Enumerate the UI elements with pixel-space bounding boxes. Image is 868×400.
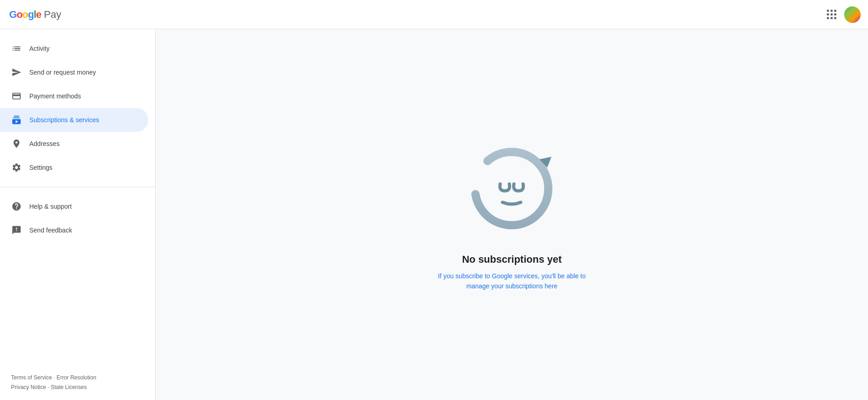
- logo: Google Pay: [9, 9, 61, 21]
- location-icon: [11, 138, 22, 149]
- feedback-icon: [11, 225, 22, 236]
- payment-icon: [11, 91, 22, 102]
- sidebar-item-payment-methods-label: Payment methods: [29, 92, 81, 100]
- sidebar-item-subscriptions-label: Subscriptions & services: [29, 116, 99, 124]
- error-resolution-link[interactable]: Error Resolution: [56, 374, 96, 381]
- app-header: Google Pay: [0, 0, 868, 29]
- empty-state: No subscriptions yet If you subscribe to…: [438, 138, 586, 292]
- dot2: ·: [46, 384, 51, 390]
- sidebar-item-payment-methods[interactable]: Payment methods: [0, 84, 148, 108]
- google-apps-button[interactable]: [822, 5, 841, 24]
- privacy-link[interactable]: Privacy Notice: [11, 384, 46, 390]
- sidebar-footer: Terms of Service · Error Resolution Priv…: [0, 366, 155, 400]
- main-content: No subscriptions yet If you subscribe to…: [156, 29, 868, 400]
- subtitle-line2: manage your subscriptions here: [466, 282, 557, 290]
- sidebar-item-activity-label: Activity: [29, 45, 49, 52]
- secondary-nav: Help & support Send feedback: [0, 191, 155, 246]
- send-icon: [11, 67, 22, 78]
- subtitle-line1: If you subscribe to Google services, you…: [438, 272, 586, 280]
- avatar[interactable]: [844, 6, 861, 23]
- empty-state-title: No subscriptions yet: [462, 254, 562, 265]
- sidebar-item-subscriptions[interactable]: Subscriptions & services: [0, 108, 148, 132]
- settings-icon: [11, 162, 22, 173]
- sidebar-item-feedback-label: Send feedback: [29, 227, 72, 234]
- subscriptions-icon: [11, 114, 22, 125]
- sidebar-item-settings-label: Settings: [29, 164, 53, 171]
- grid-icon: [827, 10, 836, 19]
- sidebar-item-send-request[interactable]: Send or request money: [0, 60, 148, 84]
- empty-state-subtitle: If you subscribe to Google services, you…: [438, 271, 586, 292]
- header-actions: [822, 5, 861, 24]
- svg-point-0: [461, 138, 562, 239]
- help-icon: [11, 201, 22, 212]
- subscriptions-illustration: [461, 138, 562, 239]
- sidebar-item-help-label: Help & support: [29, 203, 72, 210]
- licenses-link[interactable]: State Licenses: [51, 384, 87, 390]
- pay-label: Pay: [44, 9, 61, 21]
- sidebar-item-feedback[interactable]: Send feedback: [0, 218, 148, 242]
- activity-icon: [11, 43, 22, 54]
- sidebar: Activity Send or request money Pay: [0, 29, 156, 400]
- primary-nav: Activity Send or request money Pay: [0, 33, 155, 183]
- sidebar-item-settings[interactable]: Settings: [0, 156, 148, 179]
- google-logo: Google: [9, 9, 41, 21]
- sidebar-item-addresses-label: Addresses: [29, 140, 60, 147]
- terms-link[interactable]: Terms of Service: [11, 374, 52, 381]
- sidebar-item-activity[interactable]: Activity: [0, 37, 148, 60]
- sidebar-item-addresses[interactable]: Addresses: [0, 132, 148, 156]
- dot1: ·: [52, 374, 56, 381]
- nav-divider: [0, 187, 155, 187]
- sidebar-item-help[interactable]: Help & support: [0, 195, 148, 218]
- sidebar-item-send-request-label: Send or request money: [29, 69, 96, 76]
- main-layout: Activity Send or request money Pay: [0, 29, 868, 400]
